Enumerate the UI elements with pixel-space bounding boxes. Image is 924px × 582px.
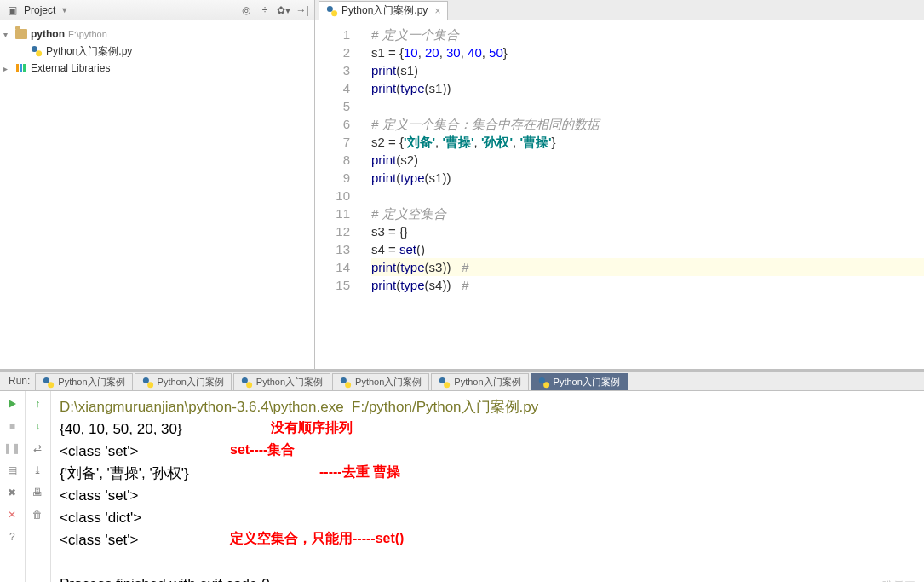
python-file-icon xyxy=(538,377,550,389)
python-file-icon xyxy=(31,45,43,57)
tree-ext-lib-label: External Libraries xyxy=(31,62,110,74)
run-tab[interactable]: Python入门案例 xyxy=(135,373,232,390)
console-line: <class 'set'> xyxy=(60,529,915,551)
svg-point-11 xyxy=(242,377,248,383)
project-panel-title: Project xyxy=(24,4,55,16)
watermark: CSDN @唯元素 xyxy=(836,575,915,582)
dropdown-icon[interactable]: ▼ xyxy=(60,6,68,14)
divide-icon[interactable]: ÷ xyxy=(258,3,272,17)
run-tab[interactable]: Python入门案例 xyxy=(531,373,628,390)
project-view-icon[interactable]: ▣ xyxy=(5,3,19,17)
run-tab[interactable]: Python入门案例 xyxy=(233,373,330,390)
console-output[interactable]: D:\xiangmuruanjian\python-3.6.4\python.e… xyxy=(51,391,924,582)
run-tab[interactable]: Python入门案例 xyxy=(431,373,528,390)
close-icon[interactable]: × xyxy=(434,5,440,17)
up-icon[interactable]: ↑ xyxy=(30,396,45,412)
project-panel-header: ▣ Project ▼ ◎ ÷ ✿▾ →| xyxy=(0,0,314,20)
svg-rect-3 xyxy=(20,64,22,72)
rerun-icon[interactable] xyxy=(4,396,20,412)
pin-icon[interactable]: ✖ xyxy=(4,485,20,500)
run-tab-label: Python入门案例 xyxy=(58,376,124,389)
run-tab-bar: Run: Python入门案例Python入门案例Python入门案例Pytho… xyxy=(0,372,924,391)
layout-icon[interactable]: ▤ xyxy=(4,463,20,478)
run-tab-label: Python入门案例 xyxy=(158,376,224,389)
svg-rect-4 xyxy=(23,64,26,72)
editor-area: Python入门案例.py × 123456789101112131415 # … xyxy=(315,0,924,369)
annotation: 没有顺序排列 xyxy=(271,417,353,439)
svg-point-0 xyxy=(32,46,37,52)
svg-point-8 xyxy=(48,382,54,388)
python-file-icon xyxy=(326,5,338,17)
folder-icon xyxy=(15,29,27,39)
project-panel: ▣ Project ▼ ◎ ÷ ✿▾ →| ▾ python F:\python… xyxy=(0,0,315,369)
python-file-icon xyxy=(43,377,55,389)
svg-point-17 xyxy=(538,377,544,383)
run-tab-label: Python入门案例 xyxy=(454,376,520,389)
python-file-icon xyxy=(439,377,451,389)
run-tab[interactable]: Python入门案例 xyxy=(35,373,132,390)
run-tab-label: Python入门案例 xyxy=(355,376,422,389)
chevron-right-icon[interactable]: ▸ xyxy=(3,64,12,73)
editor-tab-bar: Python入门案例.py × xyxy=(315,0,924,20)
pause-icon[interactable]: ❚❚ xyxy=(4,441,20,456)
tree-root-name: python xyxy=(31,28,65,40)
editor-tab[interactable]: Python入门案例.py × xyxy=(319,1,448,20)
help-icon[interactable]: ? xyxy=(4,529,20,545)
wrap-icon[interactable]: ⇄ xyxy=(30,441,45,456)
stop-icon[interactable]: ■ xyxy=(4,418,20,434)
run-tool-window: Run: Python入门案例Python入门案例Python入门案例Pytho… xyxy=(0,370,924,582)
close-run-icon[interactable]: ✕ xyxy=(4,507,20,522)
editor-tab-label: Python入门案例.py xyxy=(341,3,428,18)
scroll-icon[interactable]: ⤓ xyxy=(30,463,45,478)
run-tab-label: Python入门案例 xyxy=(554,376,620,389)
svg-point-13 xyxy=(341,377,347,383)
svg-rect-2 xyxy=(16,64,19,72)
annotation: set----集合 xyxy=(230,439,295,461)
library-icon xyxy=(15,62,27,74)
svg-point-9 xyxy=(142,377,148,383)
python-file-icon xyxy=(340,377,352,389)
svg-point-6 xyxy=(331,10,337,16)
console-line: <class 'set'> xyxy=(60,485,915,507)
annotation: -----去重 曹操 xyxy=(319,461,400,483)
tree-file[interactable]: Python入门案例.py xyxy=(0,43,314,60)
svg-point-7 xyxy=(43,377,49,383)
tree-root-path: F:\python xyxy=(68,29,107,39)
tree-file-name: Python入门案例.py xyxy=(46,44,132,59)
svg-point-12 xyxy=(246,382,252,388)
run-toolbar: ■ ❚❚ ▤ ✖ ✕ ? ↑ ↓ ⇄ ⤓ 🖶 🗑 xyxy=(0,391,51,582)
locate-icon[interactable]: ◎ xyxy=(239,3,253,17)
hide-icon[interactable]: →| xyxy=(296,3,309,17)
code-editor[interactable]: 123456789101112131415 # 定义一个集合s1 = {10, … xyxy=(315,20,924,369)
tree-external-libs[interactable]: ▸ External Libraries xyxy=(0,60,314,77)
svg-point-5 xyxy=(327,5,333,11)
svg-point-18 xyxy=(543,382,549,388)
down-icon[interactable]: ↓ xyxy=(30,418,45,434)
svg-point-1 xyxy=(36,50,42,56)
console-line: <class 'dict'> xyxy=(60,507,915,529)
code-lines[interactable]: # 定义一个集合s1 = {10, 20, 30, 40, 50}print(s… xyxy=(359,20,924,369)
svg-marker-19 xyxy=(9,400,16,408)
gear-icon[interactable]: ✿▾ xyxy=(277,3,290,17)
chevron-down-icon[interactable]: ▾ xyxy=(3,30,12,39)
console-cmd: D:\xiangmuruanjian\python-3.6.4\python.e… xyxy=(60,396,915,418)
svg-point-15 xyxy=(439,377,445,383)
python-file-icon xyxy=(241,377,253,389)
console-line: {'刘备', '曹操', '孙权'} xyxy=(60,463,915,485)
annotation: 定义空集合，只能用-----set() xyxy=(230,527,404,550)
run-tab[interactable]: Python入门案例 xyxy=(332,373,429,390)
tree-root[interactable]: ▾ python F:\python xyxy=(0,26,314,43)
run-tab-label: Python入门案例 xyxy=(256,376,323,389)
svg-point-10 xyxy=(147,382,153,388)
print-icon[interactable]: 🖶 xyxy=(30,485,45,500)
trash-icon[interactable]: 🗑 xyxy=(30,507,45,522)
console-line: <class 'set'> xyxy=(60,441,915,463)
console-line: {40, 10, 50, 20, 30} xyxy=(60,418,915,441)
run-label: Run: xyxy=(3,372,35,390)
project-tree[interactable]: ▾ python F:\python Python入门案例.py ▸ Exter… xyxy=(0,20,314,82)
console-exit: Process finished with exit code 0 xyxy=(60,573,915,582)
svg-point-14 xyxy=(345,382,351,388)
line-gutter: 123456789101112131415 xyxy=(315,20,359,369)
python-file-icon xyxy=(142,377,154,389)
svg-point-16 xyxy=(444,382,450,388)
